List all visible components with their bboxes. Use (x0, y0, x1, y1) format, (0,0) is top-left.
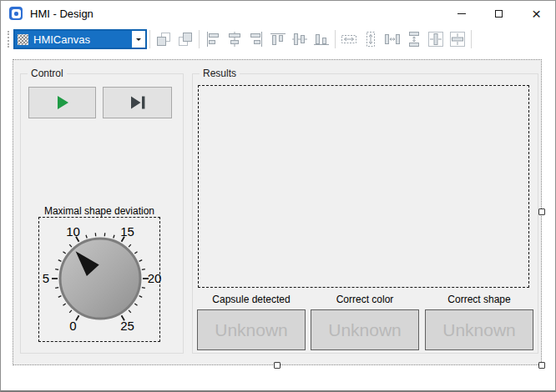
toolbar-separator (471, 30, 472, 48)
step-forward-icon (129, 95, 147, 110)
align-middles-icon[interactable] (289, 28, 311, 50)
resize-handle-bottom-right[interactable] (538, 362, 545, 369)
control-selector-combobox[interactable]: HMICanvas (13, 29, 147, 49)
indicator-value[interactable]: Unknown (425, 309, 533, 350)
knob-dial: 0510152025 (39, 218, 159, 341)
close-button[interactable]: × (518, 1, 555, 26)
resize-handle-bottom-center[interactable] (274, 362, 281, 369)
minimize-icon (457, 13, 466, 14)
make-same-width-icon[interactable] (338, 28, 360, 50)
toolbar-separator (199, 30, 200, 48)
toolbar-separator (149, 30, 150, 48)
dropdown-arrow-icon[interactable] (132, 31, 145, 48)
indicator-label: Capsule detected (197, 294, 306, 305)
maximize-button[interactable] (480, 1, 518, 26)
center-horizontally-icon[interactable] (425, 28, 447, 50)
svg-text:0: 0 (69, 319, 76, 333)
hmi-canvas[interactable]: Control Maximal shape deviation 05101520… (13, 59, 542, 365)
bring-to-front-icon[interactable] (153, 28, 174, 50)
indicator-label: Correct color (311, 294, 419, 305)
svg-text:5: 5 (43, 271, 49, 285)
indicator-value[interactable]: Unknown (197, 309, 306, 350)
result-image-box[interactable] (198, 85, 529, 288)
app-icon (9, 7, 23, 20)
play-icon (55, 94, 70, 111)
control-type-icon (18, 34, 28, 45)
align-centers-icon[interactable] (224, 28, 245, 50)
make-horizontal-spacing-equal-icon[interactable] (382, 28, 403, 50)
control-selector-value: HMICanvas (33, 33, 90, 46)
make-vertical-spacing-equal-icon[interactable] (403, 28, 425, 50)
knob-label: Maximal shape deviation (31, 205, 168, 217)
align-rights-icon[interactable] (245, 28, 267, 50)
toolbar-separator (335, 30, 336, 48)
minimize-button[interactable] (442, 1, 480, 26)
titlebar: HMI - Design × (1, 1, 555, 26)
svg-text:25: 25 (120, 319, 134, 333)
resize-handle-middle-right[interactable] (538, 209, 545, 215)
results-groupbox-title: Results (200, 68, 240, 80)
results-groupbox: Results Capsule detected Unknown Correct… (192, 73, 538, 354)
svg-text:15: 15 (120, 224, 134, 239)
toolbar-buttons (147, 28, 474, 50)
align-tops-icon[interactable] (267, 28, 289, 50)
indicator-value[interactable]: Unknown (311, 309, 419, 350)
control-groupbox-title: Control (28, 68, 67, 80)
maximize-icon (495, 10, 503, 18)
window-title: HMI - Design (30, 8, 94, 20)
indicator-label: Correct shape (425, 294, 533, 305)
align-bottoms-icon[interactable] (311, 28, 332, 50)
close-icon: × (532, 6, 541, 22)
align-lefts-icon[interactable] (202, 28, 224, 50)
toolbar-grip[interactable] (8, 31, 9, 48)
make-same-height-icon[interactable] (360, 28, 382, 50)
play-button[interactable] (28, 87, 96, 118)
send-to-back-icon[interactable] (174, 28, 196, 50)
window-controls: × (442, 1, 555, 26)
step-forward-button[interactable] (103, 87, 172, 118)
svg-text:20: 20 (148, 271, 162, 285)
shape-deviation-knob[interactable]: 0510152025 (38, 217, 160, 342)
control-groupbox: Control Maximal shape deviation 05101520… (20, 73, 184, 354)
layout-toolbar: HMICanvas (1, 26, 555, 53)
center-vertically-icon[interactable] (447, 28, 468, 50)
svg-text:10: 10 (66, 224, 80, 239)
designer-window: HMI - Design × HMICanvas Control (0, 0, 556, 392)
